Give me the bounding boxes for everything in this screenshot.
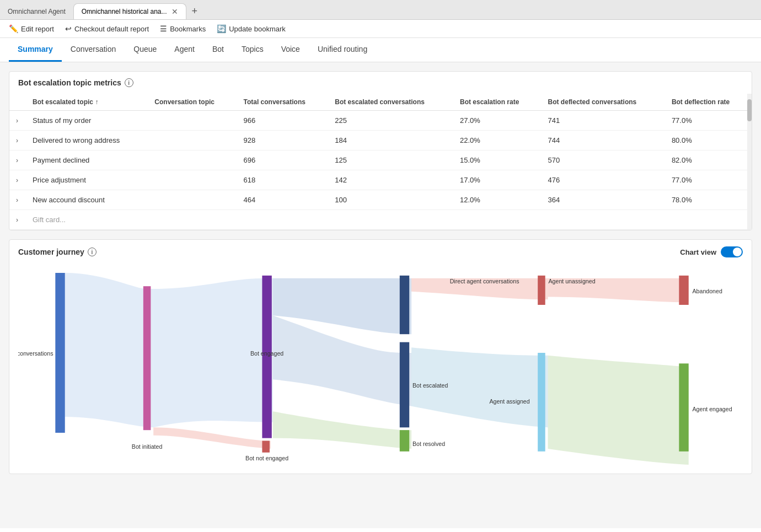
tab-conversation[interactable]: Conversation: [62, 38, 125, 62]
label-direct-agent: Direct agent conversations: [450, 278, 519, 284]
cell-topic: Payment declined: [26, 151, 148, 170]
expand-cell[interactable]: ›: [9, 190, 26, 210]
cell-conv-topic: [148, 131, 237, 151]
edit-icon: ✏️: [9, 24, 18, 33]
cell-escalation-rate: 12.0%: [453, 190, 542, 210]
expand-cell[interactable]: ›: [9, 210, 26, 230]
label-bot-initiated: Bot initiated: [132, 443, 163, 450]
expand-cell[interactable]: ›: [9, 131, 26, 151]
tab-voice[interactable]: Voice: [272, 38, 309, 62]
node-bot-initiated: [143, 286, 151, 430]
node-bot-engaged: [262, 276, 271, 438]
cell-total-conv: 696: [237, 151, 328, 170]
journey-header: Customer journey i Chart view: [9, 240, 752, 264]
main-content: Bot escalation topic metrics i Bot escal…: [0, 62, 761, 528]
chart-view-switch[interactable]: [721, 246, 743, 257]
cell-total-conv: 464: [237, 190, 328, 210]
tab-unified-routing[interactable]: Unified routing: [309, 38, 376, 62]
node-agent-unassigned: [538, 276, 545, 305]
cell-conv-topic: [148, 151, 237, 170]
expand-cell[interactable]: ›: [9, 111, 26, 131]
tab-queue[interactable]: Queue: [125, 38, 165, 62]
update-bookmark-label: Update bookmark: [229, 25, 286, 33]
sankey-chart: Customer conversations Bot initiated Bot…: [9, 264, 752, 474]
chart-view-label: Chart view: [680, 248, 716, 256]
expand-icon[interactable]: ›: [16, 117, 18, 125]
bot-escalation-info-icon[interactable]: i: [125, 78, 133, 87]
expand-icon[interactable]: ›: [16, 216, 18, 224]
col-escalation-rate: Bot escalation rate: [453, 94, 542, 111]
node-agent-assigned: [538, 353, 545, 452]
edit-report-button[interactable]: ✏️ Edit report: [9, 24, 54, 33]
cell-bot-escalated: 225: [328, 111, 453, 131]
col-deflection-rate: Bot deflection rate: [665, 94, 752, 111]
table-row-partial: › Gift card...: [9, 210, 752, 230]
cell-deflected: 364: [542, 190, 665, 210]
bot-escalation-table: Bot escalated topic ↑ Conversation topic…: [9, 94, 752, 230]
table-row: › Delivered to wrong address 928 184 22.…: [9, 131, 752, 151]
checkout-icon: ↩: [65, 24, 72, 33]
customer-journey-info-icon[interactable]: i: [88, 248, 97, 256]
cell-bot-escalated: 125: [328, 151, 453, 170]
label-agent-assigned: Agent assigned: [489, 398, 529, 405]
expand-icon[interactable]: ›: [16, 157, 18, 164]
browser-tab-historical[interactable]: Omnichannel historical ana... ✕: [73, 3, 186, 19]
new-tab-button[interactable]: +: [186, 3, 203, 19]
update-bookmark-button[interactable]: 🔄 Update bookmark: [217, 24, 286, 33]
cell-topic: New accound discount: [26, 190, 148, 210]
browser-tab-agent[interactable]: Omnichannel Agent: [0, 4, 73, 19]
label-bot-engaged: Bot engaged: [250, 350, 283, 357]
cell-conv-topic: [148, 170, 237, 190]
refresh-icon: 🔄: [217, 24, 226, 33]
label-agent-unassigned: Agent unassigned: [549, 278, 596, 284]
cell-deflected: 744: [542, 131, 665, 151]
cell-deflected: 570: [542, 151, 665, 170]
cell-deflected: 476: [542, 170, 665, 190]
customer-journey-section: Customer journey i Chart view: [9, 239, 752, 474]
expand-cell[interactable]: ›: [9, 170, 26, 190]
cell-deflection-rate: 80.0%: [665, 131, 752, 151]
col-bot-escalated-conversations: Bot escalated conversations: [328, 94, 453, 111]
table-row: › New accound discount 464 100 12.0% 364…: [9, 190, 752, 210]
node-bot-escalated: [400, 342, 409, 428]
scrollbar-thumb[interactable]: [747, 99, 752, 121]
bot-escalation-header: Bot escalation topic metrics i: [9, 72, 752, 94]
col-deflected-conversations: Bot deflected conversations: [542, 94, 665, 111]
cell-deflection-rate: 82.0%: [665, 151, 752, 170]
cell-conv-topic: [148, 190, 237, 210]
cell-escalation-rate: 17.0%: [453, 170, 542, 190]
cell-total-conv: 966: [237, 111, 328, 131]
expand-icon[interactable]: ›: [16, 176, 18, 184]
bookmarks-button[interactable]: ☰ Bookmarks: [160, 24, 206, 33]
expand-icon[interactable]: ›: [16, 196, 18, 204]
node-customer-conversations: [55, 273, 65, 433]
expand-icon[interactable]: ›: [16, 137, 18, 144]
node-agent-engaged: [679, 363, 688, 452]
scrollbar-track[interactable]: [747, 94, 752, 230]
customer-journey-title: Customer journey: [18, 248, 84, 256]
cell-total-conv: 618: [237, 170, 328, 190]
cell-deflection-rate: 78.0%: [665, 190, 752, 210]
close-tab-icon[interactable]: ✕: [172, 7, 178, 16]
cell-conv-topic: [148, 111, 237, 131]
cell-deflection-rate: 77.0%: [665, 111, 752, 131]
chart-view-toggle: Chart view: [680, 246, 743, 257]
bot-escalation-section: Bot escalation topic metrics i Bot escal…: [9, 71, 752, 230]
cell-topic: Status of my order: [26, 111, 148, 131]
col-expand: [9, 94, 26, 111]
sort-icon: ↑: [95, 98, 98, 106]
tab-topics[interactable]: Topics: [233, 38, 272, 62]
col-bot-escalated-topic[interactable]: Bot escalated topic ↑: [26, 94, 148, 111]
node-abandoned: [679, 276, 688, 305]
tab-summary[interactable]: Summary: [9, 38, 62, 62]
checkout-report-button[interactable]: ↩ Checkout default report: [65, 24, 149, 33]
label-abandoned: Abandoned: [693, 288, 722, 294]
cell-bot-escalated: 100: [328, 190, 453, 210]
expand-cell[interactable]: ›: [9, 151, 26, 170]
cell-deflected: 741: [542, 111, 665, 131]
cell-bot-escalated: 142: [328, 170, 453, 190]
tab-agent[interactable]: Agent: [165, 38, 203, 62]
node-direct-agent: [400, 276, 409, 334]
tab-bot[interactable]: Bot: [203, 38, 233, 62]
cell-topic: Gift card...: [26, 210, 148, 230]
